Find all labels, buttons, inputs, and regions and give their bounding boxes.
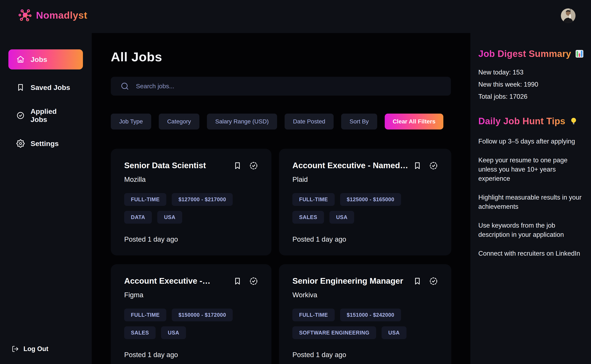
logout-button[interactable]: Log Out [12,345,48,353]
bookmark-icon [16,83,25,92]
job-tag: USA [157,211,182,224]
stat-new-this-week: New this week: 1990 [478,81,591,88]
filter-salary-range[interactable]: Salary Range (USD) [207,114,277,130]
bookmark-icon[interactable] [413,162,422,170]
tip-item: Keep your resume to one page unless you … [478,156,584,183]
job-tag: SALES [292,211,324,224]
job-tag: USA [382,326,406,339]
tip-item: Connect with recruiters on LinkedIn [478,249,584,258]
digest-stats: New today: 153 New this week: 1990 Total… [478,69,591,100]
job-card[interactable]: Senior Engineering Manager Workiva FULL-… [279,264,451,364]
main-panel: All Jobs Job Type Category Salary Range … [92,33,470,364]
company-name: Mozilla [124,176,258,183]
job-tag: FULL-TIME [124,193,166,206]
company-name: Workiva [292,291,438,299]
bar-chart-emoji-icon [575,49,584,58]
applied-check-icon[interactable] [249,277,258,286]
sidebar-nav: Jobs Saved Jobs Applied Jobs Settings [8,49,83,162]
tip-item: Highlight measurable results in your ach… [478,193,584,211]
tips-heading: Daily Job Hunt Tips [478,116,591,126]
user-avatar[interactable] [561,8,576,23]
avatar-photo [561,8,576,23]
job-tag: $150000 - $172000 [172,309,233,321]
applied-check-icon[interactable] [429,277,438,286]
filter-date-posted[interactable]: Date Posted [285,114,334,130]
search-input[interactable] [136,83,441,90]
tip-item: Follow up 3–5 days after applying [478,137,584,146]
app-logo: Nomadlyst [18,8,87,22]
posted-date: Posted 1 day ago [124,235,258,243]
posted-date: Posted 1 day ago [292,351,438,359]
job-title: Account Executive - Named… [292,161,408,170]
right-sidebar: Job Digest Summary New today: 153 New th… [478,49,591,268]
posted-date: Posted 1 day ago [292,235,438,243]
stat-new-today: New today: 153 [478,69,591,76]
applied-check-icon[interactable] [429,161,438,170]
clear-all-filters-button[interactable]: Clear All Filters [385,114,443,130]
posted-date: Posted 1 day ago [124,351,258,359]
sidebar-item-settings[interactable]: Settings [8,133,83,154]
job-tag: SALES [124,326,156,339]
job-tag: FULL-TIME [292,193,334,206]
job-tag: USA [161,326,186,339]
job-title: Senior Data Scientist [124,161,228,170]
tag-row: FULL-TIME $150000 - $172000 SALES USA [124,309,258,339]
sidebar-item-label: Applied Jobs [31,107,75,124]
logout-icon [12,345,19,352]
search-icon [120,82,129,91]
tag-row: FULL-TIME $151000 - $242000 SOFTWARE ENG… [292,309,438,339]
bookmark-icon[interactable] [233,162,242,170]
page-title: All Jobs [111,49,451,64]
job-card[interactable]: Senior Data Scientist Mozilla FULL-TIME … [111,149,272,255]
molecule-logo-icon [18,8,32,22]
job-title: Senior Engineering Manager [292,276,408,286]
tag-row: FULL-TIME $127000 - $217000 DATA USA [124,193,258,224]
job-tag: FULL-TIME [292,309,334,321]
filter-category[interactable]: Category [159,114,199,130]
job-card[interactable]: Account Executive -… Figma FULL-TIME $15… [111,264,272,364]
sidebar-item-applied-jobs[interactable]: Applied Jobs [8,105,83,125]
filter-job-type[interactable]: Job Type [111,114,151,130]
job-card[interactable]: Account Executive - Named… Plaid FULL-TI… [279,149,451,255]
home-icon [16,55,25,64]
job-tag: USA [329,211,354,224]
check-circle-icon [16,111,25,120]
job-title: Account Executive -… [124,276,228,286]
company-name: Plaid [292,176,438,183]
bookmark-icon[interactable] [413,277,422,285]
tips-title: Daily Job Hunt Tips [478,116,565,126]
filter-bar: Job Type Category Salary Range (USD) Dat… [111,114,451,130]
job-digest-title: Job Digest Summary [478,49,571,59]
sidebar-item-saved-jobs[interactable]: Saved Jobs [8,78,83,98]
tag-row: FULL-TIME $125000 - $165000 SALES USA [292,193,438,224]
job-tag: SOFTWARE ENGINEERING [292,326,376,339]
company-name: Figma [124,291,258,299]
bookmark-icon[interactable] [233,277,242,285]
brand-name: Nomadlyst [36,9,87,21]
job-tag: $127000 - $217000 [172,193,233,206]
filter-sort-by[interactable]: Sort By [341,114,377,130]
job-tag: $125000 - $165000 [340,193,401,206]
search-bar[interactable] [111,77,451,96]
sidebar-item-label: Jobs [31,55,47,64]
job-card-grid: Senior Data Scientist Mozilla FULL-TIME … [111,149,451,364]
job-tag: FULL-TIME [124,309,166,321]
tip-item: Use keywords from the job description in… [478,221,584,239]
job-digest-heading: Job Digest Summary [478,49,591,59]
lightbulb-emoji-icon [569,117,578,125]
job-tag: DATA [124,211,152,224]
gear-icon [16,139,25,148]
logout-label: Log Out [23,345,48,353]
sidebar-item-label: Settings [31,140,59,148]
tips-list: Follow up 3–5 days after applying Keep y… [478,137,591,258]
applied-check-icon[interactable] [249,161,258,170]
sidebar-item-jobs[interactable]: Jobs [8,49,83,69]
stat-total-jobs: Total jobs: 17026 [478,93,591,100]
sidebar-item-label: Saved Jobs [31,84,70,92]
job-tag: $151000 - $242000 [340,309,401,321]
